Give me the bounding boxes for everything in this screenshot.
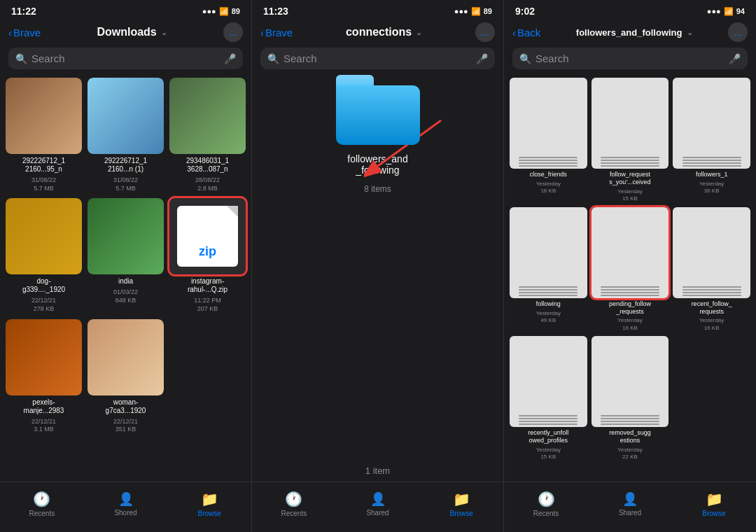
back-button-3[interactable]: ‹ Back (512, 27, 540, 38)
search-bar-2[interactable]: 🔍 Search 🎤 (260, 48, 495, 69)
search-input-3[interactable]: Search (536, 52, 724, 64)
nav-title-area-3: followers_and_following ⌄ (546, 27, 722, 38)
tab-recents-1[interactable]: 🕐 Recents (0, 491, 84, 517)
folder-icon-2[interactable] (336, 75, 420, 145)
tab-shared-2[interactable]: 👤 Shared (336, 491, 420, 517)
browse-icon-1: 📁 (201, 491, 218, 507)
recents-icon-2: 🕐 (285, 491, 302, 507)
search-bar-3[interactable]: 🔍 Search 🎤 (512, 48, 748, 69)
doc-thumb-1 (510, 78, 587, 169)
panel-1: 11:22 ●●● 📶 89 ‹ Brave Downloads ⌄ ... 🔍… (0, 0, 252, 532)
panel-2: 11:23 ●●● 📶 89 ‹ Brave connections ⌄ ...… (252, 0, 504, 532)
list-item[interactable]: 293486031_13628...087_n 28/08/222.8 MB (169, 78, 246, 192)
tab-recents-3[interactable]: 🕐 Recents (504, 491, 588, 517)
shared-icon-2: 👤 (370, 491, 386, 507)
tab-browse-3[interactable]: 📁 Browse (672, 491, 756, 517)
mic-icon-1: 🎤 (224, 53, 236, 64)
mic-icon-2: 🎤 (476, 53, 488, 64)
file-name-3: 293486031_13628...087_n (186, 157, 229, 174)
shared-label-3: Shared (619, 509, 641, 517)
list-item[interactable]: follow_requests_you'...ceived Yesterday1… (592, 78, 669, 203)
status-bar-3: 9:02 ●●● 📶 94 (504, 0, 756, 20)
back-label-2[interactable]: Brave (265, 27, 293, 38)
nav-bar-3: ‹ Back followers_and_following ⌄ ... (504, 20, 756, 46)
tab-recents-2[interactable]: 🕐 Recents (252, 491, 336, 517)
list-item[interactable]: india 01/03/22848 KB (88, 198, 164, 313)
file-meta-4: 22/12/21278 KB (31, 297, 56, 313)
list-item[interactable]: dog-g339...._1920 22/12/21278 KB (6, 198, 82, 313)
status-time-3: 9:02 (515, 6, 535, 17)
doc-name-3: followers_1 (696, 171, 728, 178)
status-icons-2: ●●● 📶 89 (454, 7, 492, 16)
doc-thumb-4 (510, 207, 587, 298)
nav-title-chevron-1: ⌄ (161, 28, 167, 37)
status-icons-3: ●●● 📶 94 (707, 7, 745, 16)
search-icon-3: 🔍 (519, 53, 531, 64)
doc-name-4: following (536, 300, 561, 308)
search-bar-1[interactable]: 🔍 Search 🎤 (8, 48, 243, 69)
file-meta-7: 22/12/213.1 MB (31, 418, 56, 434)
back-chevron-1: ‹ (8, 27, 12, 38)
list-item[interactable]: 292226712_12160...95_n 31/08/225.7 MB (6, 78, 82, 192)
tab-browse-1[interactable]: 📁 Browse (167, 491, 251, 517)
doc-thumb-8 (592, 336, 669, 427)
file-meta-5: 01/03/22848 KB (113, 288, 138, 304)
list-item[interactable]: followers_1 Yesterday36 KB (673, 78, 750, 203)
browse-label-1: Browse (198, 510, 221, 517)
file-name-1: 292226712_12160...95_n (22, 157, 65, 174)
list-item[interactable]: following Yesterday49 KB (510, 207, 587, 332)
recents-icon-1: 🕐 (33, 491, 50, 507)
tab-bar-3: 🕐 Recents 👤 Shared 📁 Browse (504, 482, 756, 532)
back-label-3[interactable]: Back (517, 27, 540, 38)
doc-meta-6: Yesterday16 KB (699, 317, 724, 332)
doc-meta-7: Yesterday15 KB (536, 447, 561, 461)
list-item[interactable]: close_friends Yesterday18 KB (510, 78, 587, 203)
file-grid-1: 292226712_12160...95_n 31/08/225.7 MB 29… (0, 75, 251, 482)
battery-label-2: 89 (484, 7, 492, 15)
tab-shared-3[interactable]: 👤 Shared (588, 491, 672, 517)
battery-label-1: 89 (232, 7, 240, 15)
back-chevron-2: ‹ (260, 27, 264, 38)
back-button-2[interactable]: ‹ Brave (260, 27, 293, 38)
file-name-7: pexels-manje...2983 (24, 398, 64, 415)
status-icons-1: ●●● 📶 89 (202, 7, 240, 16)
search-input-1[interactable]: Search (31, 52, 220, 64)
status-time-1: 11:22 (11, 6, 36, 17)
nav-title-3: followers_and_following (576, 27, 682, 38)
file-thumb-photo4 (6, 198, 82, 274)
doc-meta-3: Yesterday36 KB (699, 181, 724, 195)
list-item[interactable]: 292226712_12160...n (1) 31/08/225.7 MB (88, 78, 164, 192)
search-icon-2: 🔍 (267, 53, 279, 64)
nav-more-3[interactable]: ... (728, 22, 748, 42)
file-name-8: woman-g7ca3...1920 (106, 398, 146, 415)
nav-more-1[interactable]: ... (223, 22, 243, 42)
tab-shared-1[interactable]: 👤 Shored (84, 491, 168, 517)
back-button-1[interactable]: ‹ Brave (8, 27, 41, 38)
nav-title-chevron-3: ⌄ (687, 28, 693, 37)
status-bar-1: 11:22 ●●● 📶 89 (0, 0, 251, 20)
file-thumb-zip: zip (169, 198, 246, 274)
back-label-1[interactable]: Brave (13, 27, 41, 38)
nav-more-2[interactable]: ... (475, 22, 495, 42)
browse-label-2: Browse (450, 510, 473, 517)
list-item[interactable]: recent_follow_requests Yesterday16 KB (673, 207, 750, 332)
file-meta-6: 11:22 PM207 KB (194, 297, 221, 313)
list-item[interactable]: pexels-manje...2983 22/12/213.1 MB (6, 319, 82, 434)
nav-title-1: Downloads (97, 26, 156, 38)
list-item[interactable]: recently_unfollowed_profiles Yesterday15… (510, 336, 587, 461)
doc-name-6: recent_follow_requests (692, 300, 732, 316)
nav-title-area-1: Downloads ⌄ (46, 26, 218, 38)
search-input-2[interactable]: Search (284, 52, 472, 64)
back-chevron-3: ‹ (512, 27, 516, 38)
tab-browse-2[interactable]: 📁 Browse (419, 491, 503, 517)
list-item[interactable]: zip instagram-rahul-...Q.zip 11:22 PM207… (169, 198, 246, 313)
nav-title-area-2: connections ⌄ (298, 26, 470, 38)
list-item[interactable]: removed_suggestions Yesterday22 KB (592, 336, 669, 461)
list-item[interactable]: woman-g7ca3...1920 22/12/21351 KB (88, 319, 164, 434)
wifi-icon-3: 📶 (724, 7, 734, 16)
doc-meta-5: Yesterday16 KB (617, 317, 642, 332)
file-thumb-photo1 (6, 78, 82, 154)
list-item[interactable]: pending_follow_requests Yesterday16 KB (592, 207, 669, 332)
doc-name-7: recently_unfollowed_profiles (528, 429, 568, 444)
shared-icon-1: 👤 (118, 491, 134, 507)
